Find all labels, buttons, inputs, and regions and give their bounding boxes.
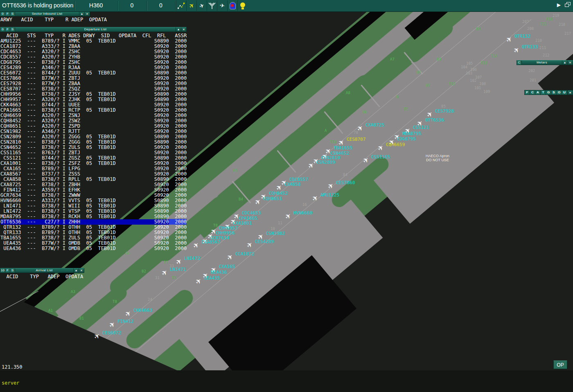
departure-row-main: CSS1165 --- B763/? I ZBTJ S0920 — [0, 150, 169, 155]
collapse-icon[interactable]: ▲ — [79, 12, 84, 16]
aircraft-callsign[interactable]: OTT6536 — [425, 117, 444, 123]
letter-button-o[interactable]: O — [557, 90, 562, 95]
aircraft-callsign[interactable]: CDC4653 — [242, 210, 261, 216]
aircraft-callsign[interactable]: CES4289 — [255, 239, 274, 244]
assr-cell: 2000 — [169, 113, 187, 118]
collapse-icon[interactable]: ▲ — [176, 27, 181, 32]
aircraft-callsign[interactable]: AMU1225 — [320, 192, 339, 198]
collapse-icon[interactable]: ▲ — [562, 61, 567, 65]
junction-icon[interactable] — [207, 0, 217, 11]
aircraft-side-icon[interactable]: ✈ — [217, 0, 227, 11]
departure-row-main: UEA436 --- B77W/? I OMDB 05 TEB01D S0920 — [0, 246, 169, 251]
aircraft-callsign[interactable]: MDA8795 — [402, 131, 421, 136]
aircraft-callsign[interactable]: CES7928 — [435, 108, 454, 114]
collapse-icon[interactable]: ▲ — [73, 268, 79, 273]
aircraft-callsign[interactable]: CES7860 — [336, 180, 355, 185]
letter-button-c[interactable]: C — [530, 90, 535, 95]
aircraft-callsign[interactable]: CCA1872 — [235, 251, 254, 257]
panel-button-s[interactable]: S — [10, 268, 15, 273]
aircraft-callsign[interactable]: HVN6660 — [293, 210, 312, 216]
stand-label-212: 212 — [543, 53, 549, 57]
letter-button-a[interactable]: A — [535, 90, 541, 95]
aircraft-callsign[interactable]: LNI471 — [170, 267, 186, 272]
aircraft-callsign[interactable]: QTR133 — [522, 44, 538, 50]
taxiway-label-b6: B6 — [363, 110, 367, 114]
aircraft-callsign[interactable]: CXA8725 — [365, 122, 384, 128]
aircraft-departing-icon[interactable]: ✈ — [196, 0, 207, 11]
close-icon[interactable]: × — [79, 268, 84, 273]
aircraft-callsign[interactable]: CXA165 — [219, 264, 235, 269]
letter-button-u[interactable]: U — [562, 90, 567, 95]
restore-window-icon[interactable] — [565, 2, 571, 7]
panel-button-s[interactable]: S — [10, 27, 15, 32]
assr-cell: 2000 — [169, 155, 187, 161]
departure-row-main: CPA1665 --- B738/? I RCTP 05 TEB01D S092… — [0, 107, 169, 113]
departure-rows: AMU1225 --- B789/? I VMMC 05 TEB01D S089… — [0, 38, 187, 251]
aircraft-callsign[interactable]: CXA858 — [284, 182, 301, 187]
aircraft-callsign[interactable]: FIN412 — [117, 319, 134, 324]
panel-button-c[interactable]: C — [517, 61, 522, 65]
aircraft-callsign[interactable]: LNI472 — [184, 256, 201, 261]
assr-cell: 2000 — [169, 123, 187, 129]
beacon-icon[interactable] — [227, 0, 237, 11]
aircraft-callsign[interactable]: CSS1165 — [371, 154, 390, 160]
aircraft-callsign[interactable]: TBA1655 — [334, 145, 352, 151]
panel-button-0[interactable]: 0 — [0, 12, 5, 16]
aircraft-callsign[interactable]: UEA435 — [204, 275, 220, 281]
collapse-icon[interactable]: ▲ — [567, 90, 573, 95]
letter-button-t[interactable]: T — [541, 90, 546, 95]
close-icon[interactable]: × — [84, 12, 90, 16]
op-button[interactable]: OP — [553, 360, 567, 369]
letter-button-s[interactable]: S — [551, 90, 557, 95]
aircraft-callsign[interactable]: QTR132 — [514, 34, 531, 39]
track-icon[interactable] — [176, 0, 186, 11]
panel-button-10[interactable]: 10 — [0, 268, 5, 273]
aircraft-callsign[interactable]: UEA436 — [211, 270, 227, 275]
taxiway-label-t5: T5 — [404, 107, 408, 111]
letter-button-f[interactable]: F — [525, 90, 530, 95]
aircraft-callsign[interactable]: CSN1982 — [266, 231, 285, 236]
aircraft-callsign[interactable]: CXA8567 — [201, 239, 220, 245]
panel-button-s[interactable]: S — [10, 12, 15, 16]
aircraft-callsign[interactable]: CQH8651 — [263, 196, 282, 201]
assr-cell: 2000 — [169, 150, 187, 155]
panel-button-0[interactable]: 0 — [0, 27, 5, 32]
aircraft-callsign[interactable]: CES6072 — [102, 330, 121, 336]
panel-button-f[interactable]: F — [5, 27, 10, 32]
stand-label-104: 104 — [461, 65, 467, 69]
metars-titlebar: C Metars ▲ × — [517, 60, 573, 65]
departure-row-main: CES7860 --- B77W/? I ZBTJ S0920 — [0, 75, 169, 81]
aircraft-callsign[interactable]: CQH8452 — [269, 191, 288, 196]
assr-cell: 2000 — [169, 43, 187, 49]
aircraft-yellow-icon[interactable]: ✈ — [186, 0, 196, 11]
assr-cell: 2000 — [169, 214, 187, 219]
taxiway-label-t2: T2 — [172, 276, 176, 280]
departure-row-main: CHH9956 --- B738/? I ZJSY 05 TEB01D S089… — [0, 91, 169, 97]
assr-cell: 2000 — [169, 128, 187, 134]
taxiway-label-a4: A4 — [125, 251, 130, 255]
panel-button-f[interactable]: F — [5, 268, 10, 273]
panel-button-f[interactable]: F — [5, 12, 10, 16]
aircraft-callsign[interactable]: CKK4663 — [133, 308, 152, 313]
aircraft-callsign[interactable]: CSS121 — [413, 125, 429, 130]
bottom-strip — [0, 370, 573, 392]
departure-row-UEA436[interactable]: UEA436 --- B77W/? I OMDB 05 TEB01D S0920… — [0, 246, 187, 251]
taxiway-label-b1: B1 — [79, 316, 84, 320]
top-bar-toolbar: ✈ ✈ ✈ — [176, 0, 248, 11]
taxiway-label-a7: A7 — [390, 57, 395, 61]
aircraft-callsign[interactable]: CES8707 — [347, 137, 365, 142]
aircraft-callsign[interactable]: CDG8795 — [397, 136, 416, 142]
close-icon[interactable]: × — [567, 61, 573, 65]
play-icon[interactable]: ▶ — [557, 2, 561, 8]
aircraft-callsign[interactable]: CQH6659 — [386, 142, 405, 147]
taxiway-label-t15: T15 — [540, 22, 546, 26]
aircraft-callsign[interactable]: CSN2809 — [316, 160, 335, 165]
letter-button-g[interactable]: G — [546, 90, 551, 95]
close-icon[interactable]: × — [181, 27, 186, 32]
server-label[interactable]: server — [2, 381, 23, 386]
assr-cell: 2000 — [169, 235, 187, 241]
lightbulb-icon[interactable] — [237, 0, 248, 11]
sector-inbound-header: ARWY ACID TYP R ADEP OPDATA — [0, 17, 107, 23]
stand-label-202: 202 — [528, 69, 535, 73]
departure-row-main: CES4289 --- A346/? I RJAA S0920 — [0, 65, 169, 70]
